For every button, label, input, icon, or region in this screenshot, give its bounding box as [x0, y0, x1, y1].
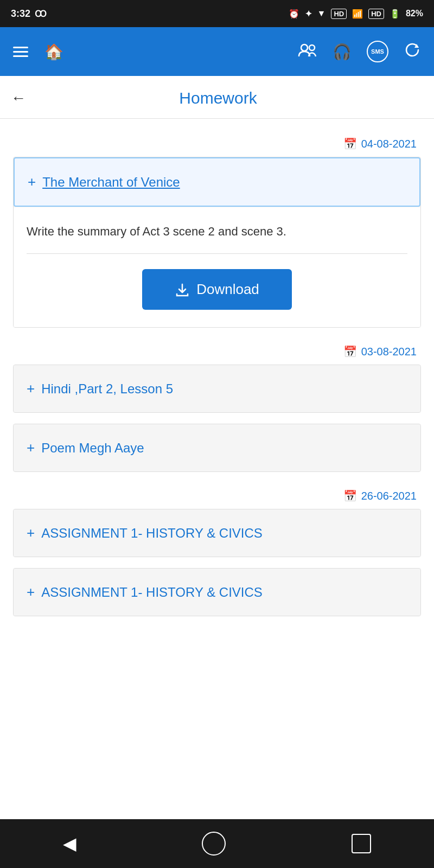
- status-right: ⏰ ✦ ▼ HD 📶 HD 🔋 82%: [289, 9, 423, 19]
- hw-card-poem: + Poem Megh Aaye: [13, 424, 421, 472]
- hw-card-assignment-2: + ASSIGNMENT 1- HISTORY & CIVICS: [13, 568, 421, 616]
- page-header: ← Homework: [0, 76, 434, 119]
- hd-badge2: HD: [368, 9, 384, 19]
- home-nav-button[interactable]: [202, 832, 226, 856]
- time-display: 3:32: [11, 8, 30, 20]
- signal-icon: 📶: [352, 9, 363, 19]
- refresh-icon[interactable]: [404, 41, 421, 62]
- accordion-header-assignment-2[interactable]: + ASSIGNMENT 1- HISTORY & CIVICS: [14, 569, 420, 616]
- hd-badge1: HD: [331, 9, 347, 19]
- home-button[interactable]: 🏠: [44, 43, 63, 61]
- accordion-header-poem[interactable]: + Poem Megh Aaye: [14, 424, 420, 471]
- svg-point-0: [301, 44, 308, 51]
- nav-left: 🏠: [13, 43, 63, 61]
- top-nav: 🏠 🎧 SMS: [0, 27, 434, 76]
- date-label-2: 03-08-2021: [361, 346, 417, 358]
- calendar-icon-1: 📅: [343, 137, 357, 150]
- download-button-merchant[interactable]: Download: [142, 269, 292, 310]
- home-nav-circle: [202, 832, 226, 856]
- bluetooth-icon: ✦: [305, 9, 312, 19]
- back-nav-icon: ◀: [63, 833, 76, 854]
- sms-label: SMS: [371, 48, 384, 55]
- network-icon: Ꝏ: [35, 9, 47, 19]
- battery-percent: 82%: [406, 9, 423, 18]
- back-nav-button[interactable]: ◀: [63, 833, 76, 854]
- back-button[interactable]: ←: [11, 90, 26, 107]
- hw-card-assignment-1: + ASSIGNMENT 1- HISTORY & CIVICS: [13, 509, 421, 557]
- download-label: Download: [196, 281, 259, 298]
- download-icon: [175, 282, 190, 297]
- bottom-nav: ◀: [0, 819, 434, 868]
- partners-icon[interactable]: [298, 42, 317, 61]
- expand-icon-merchant: +: [28, 174, 36, 190]
- status-bar: 3:32 Ꝏ ⏰ ✦ ▼ HD 📶 HD 🔋 82%: [0, 0, 434, 27]
- expand-icon-poem: +: [27, 439, 35, 456]
- accordion-header-assignment-1[interactable]: + ASSIGNMENT 1- HISTORY & CIVICS: [14, 509, 420, 557]
- battery-icon: 🔋: [390, 9, 400, 19]
- content-area: 📅 04-08-2021 + The Merchant of Venice Wr…: [0, 119, 434, 819]
- date-label-1: 04-08-2021: [361, 138, 417, 150]
- recent-nav-button[interactable]: [352, 834, 371, 853]
- nav-right: 🎧 SMS: [298, 41, 421, 62]
- accordion-header-hindi[interactable]: + Hindi ,Part 2, Lesson 5: [14, 365, 420, 412]
- accordion-title-assignment-2: ASSIGNMENT 1- HISTORY & CIVICS: [41, 585, 263, 600]
- date-label-3: 26-06-2021: [361, 490, 417, 502]
- sms-icon[interactable]: SMS: [367, 41, 388, 62]
- hw-card-hindi: + Hindi ,Part 2, Lesson 5: [13, 365, 421, 413]
- status-left: 3:32 Ꝏ: [11, 8, 47, 20]
- divider-merchant: [27, 253, 407, 254]
- accordion-title-poem: Poem Megh Aaye: [41, 441, 144, 456]
- accordion-title-assignment-1: ASSIGNMENT 1- HISTORY & CIVICS: [41, 526, 263, 541]
- hw-description-merchant: Write the summary of Act 3 scene 2 and s…: [27, 222, 407, 240]
- accordion-title-hindi: Hindi ,Part 2, Lesson 5: [41, 381, 173, 397]
- hw-card-merchant: + The Merchant of Venice Write the summa…: [13, 157, 421, 328]
- calendar-icon-3: 📅: [343, 489, 357, 502]
- svg-point-1: [309, 45, 315, 50]
- wifi-icon: ▼: [317, 9, 326, 18]
- recent-nav-square: [352, 834, 371, 853]
- expand-icon-assignment-1: +: [27, 525, 35, 541]
- accordion-title-merchant: The Merchant of Venice: [42, 175, 180, 190]
- page-title: Homework: [35, 89, 401, 107]
- expand-icon-hindi: +: [27, 380, 35, 397]
- menu-button[interactable]: [13, 47, 28, 57]
- calendar-icon-2: 📅: [343, 345, 357, 358]
- expand-icon-assignment-2: +: [27, 584, 35, 601]
- accordion-header-merchant[interactable]: + The Merchant of Venice: [14, 157, 420, 207]
- alarm-icon: ⏰: [289, 9, 299, 19]
- date-section-1: 📅 04-08-2021: [13, 124, 421, 157]
- headphone-icon[interactable]: 🎧: [333, 43, 352, 61]
- date-section-3: 📅 26-06-2021: [13, 476, 421, 509]
- accordion-body-merchant: Write the summary of Act 3 scene 2 and s…: [14, 207, 420, 327]
- date-section-2: 📅 03-08-2021: [13, 332, 421, 365]
